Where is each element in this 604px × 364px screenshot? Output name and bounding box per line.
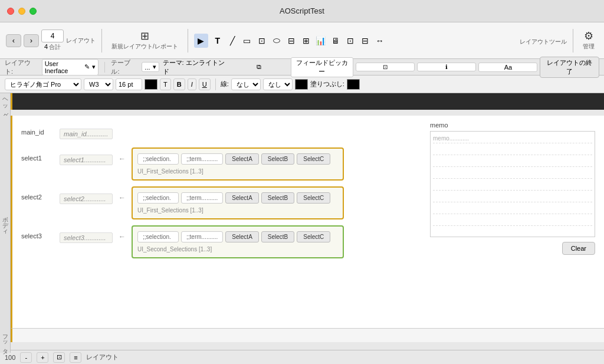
select-tool[interactable]: ▶ bbox=[194, 34, 208, 48]
traffic-lights bbox=[7, 8, 37, 15]
layoutbar-sep-1 bbox=[104, 62, 105, 73]
body-canvas: main_id main_id............ select1 sele… bbox=[11, 116, 604, 328]
memo-line-4 bbox=[433, 179, 592, 191]
select1-field[interactable]: select1............ bbox=[60, 155, 113, 165]
new-layout-button[interactable]: ⊞ 新規レイアウト/レポート bbox=[108, 28, 182, 53]
gear-icon: ⚙ bbox=[584, 31, 593, 41]
forward-button[interactable]: › bbox=[24, 34, 39, 47]
select2-arrow: ← bbox=[119, 194, 126, 202]
titlebar: AOScriptTest bbox=[0, 0, 604, 22]
stroke-select[interactable]: なし bbox=[231, 78, 261, 90]
portal2-footer: UI_First_Selections [1..3] bbox=[137, 207, 338, 214]
header-section: ヘッダ bbox=[0, 93, 604, 116]
portal3-cell2: ;;term.......... bbox=[181, 231, 223, 242]
text-tool[interactable]: T bbox=[211, 34, 225, 48]
font-select[interactable]: ヒラギノ角ゴ Pro bbox=[5, 78, 81, 90]
layout-tools-label: レイアウトツール bbox=[520, 38, 567, 45]
underline-button[interactable]: U bbox=[199, 78, 211, 90]
pencil-icon: ✎ bbox=[84, 63, 90, 71]
back-button[interactable]: ‹ bbox=[6, 34, 21, 47]
stroke-width-select[interactable]: なし bbox=[263, 78, 293, 90]
portal1-btn1[interactable]: SelectA bbox=[225, 153, 258, 165]
button-tool[interactable]: ⊡ bbox=[343, 34, 357, 48]
field-tool[interactable]: ⊡ bbox=[255, 34, 269, 48]
formatbar-sep bbox=[215, 78, 216, 90]
new-layout-icon: ⊞ bbox=[140, 31, 149, 41]
memo-line-5 bbox=[433, 191, 592, 202]
main-id-label: main_id bbox=[21, 129, 54, 136]
new-layout-label: 新規レイアウト/レポート bbox=[111, 42, 178, 51]
main-id-field[interactable]: main_id............ bbox=[60, 129, 113, 139]
toolbar-sep-3 bbox=[573, 29, 573, 53]
portal3-cell1: ;;selection. bbox=[137, 231, 179, 242]
fill-color-box[interactable] bbox=[347, 79, 360, 90]
select-tool-group: ▶ bbox=[194, 34, 208, 48]
tab-tool[interactable]: ⊟ bbox=[284, 34, 298, 48]
info-button[interactable]: ℹ bbox=[417, 63, 476, 71]
minimize-button[interactable] bbox=[18, 8, 25, 15]
select1-label: select1 bbox=[21, 155, 54, 162]
font-size-button[interactable]: Aa bbox=[478, 63, 537, 72]
bold-button[interactable]: B bbox=[173, 78, 185, 90]
portal-tool[interactable]: ⊞ bbox=[299, 34, 313, 48]
maximize-button[interactable] bbox=[29, 8, 37, 15]
view-toggle[interactable]: ⊡ bbox=[356, 63, 415, 71]
body-section: ボディ main_id main_id............ select1 … bbox=[0, 116, 604, 328]
table-dropdown[interactable]: ... ▾ bbox=[142, 62, 159, 72]
layout-bar-label: レイアウト: bbox=[5, 58, 38, 76]
slide-tool[interactable]: ↔ bbox=[373, 34, 387, 48]
oval-tool[interactable]: ⬭ bbox=[270, 34, 284, 48]
settings-label: 管理 bbox=[583, 42, 595, 51]
memo-line-2 bbox=[433, 155, 592, 167]
clear-button[interactable]: Clear bbox=[562, 242, 595, 255]
fill-label: 塗りつぶし: bbox=[310, 80, 344, 88]
portal2-btn2[interactable]: SelectB bbox=[261, 192, 294, 204]
font-size-input[interactable] bbox=[116, 78, 142, 90]
toolbar-sep-1 bbox=[101, 29, 102, 53]
memo-box[interactable]: memo............ bbox=[430, 131, 595, 237]
layout-dropdown[interactable]: User Inerface ✎ ▾ bbox=[42, 59, 99, 76]
chart-tool[interactable]: 📊 bbox=[314, 34, 328, 48]
line-tool[interactable]: ╱ bbox=[225, 34, 239, 48]
italic-button[interactable]: I bbox=[188, 78, 196, 90]
exit-layout-button[interactable]: レイアウトの終了 bbox=[540, 57, 599, 78]
portal1-btn2[interactable]: SelectB bbox=[261, 153, 294, 165]
portal2-row: ;;selection. ;;term.......... SelectA Se… bbox=[137, 192, 338, 204]
weight-select[interactable]: W3 bbox=[84, 78, 113, 90]
add-record-button[interactable]: + bbox=[37, 352, 48, 363]
layout-number-input[interactable] bbox=[41, 29, 64, 42]
portal-box-1: ;;selection. ;;term.......... SelectA Se… bbox=[132, 147, 344, 181]
portal1-btn3[interactable]: SelectC bbox=[297, 153, 330, 165]
layout-total-label: 合計 bbox=[49, 43, 61, 51]
layout-bar: レイアウト: User Inerface ✎ ▾ テーブル: ... ▾ テーマ… bbox=[0, 59, 604, 76]
text-bg-button[interactable]: T bbox=[160, 78, 171, 90]
portal3-row: ;;selection. ;;term.......... SelectA Se… bbox=[137, 231, 338, 242]
field-picker-button[interactable]: フィールドピッカー bbox=[291, 57, 354, 77]
nav-tool[interactable]: ⊟ bbox=[358, 34, 372, 48]
select2-field[interactable]: select2............ bbox=[60, 194, 113, 204]
rect-tool[interactable]: ▭ bbox=[240, 34, 254, 48]
table-view-button[interactable]: ≡ bbox=[70, 352, 81, 363]
portal-box-2: ;;selection. ;;term.......... SelectA Se… bbox=[132, 186, 344, 219]
portal3-btn3[interactable]: SelectC bbox=[297, 231, 330, 242]
stroke-color-box[interactable] bbox=[295, 79, 308, 90]
select3-label: select3 bbox=[21, 232, 54, 240]
close-button[interactable] bbox=[7, 8, 14, 15]
toolbar: ‹ › 4 合計 レイアウト ⊞ 新規レイアウト/レポート ▶ T ╱ ▭ ⊡ … bbox=[0, 22, 604, 59]
portal2-btn3[interactable]: SelectC bbox=[297, 192, 330, 204]
zoom-out-button[interactable]: - bbox=[20, 352, 32, 363]
settings-button[interactable]: ⚙ 管理 bbox=[579, 28, 598, 53]
portal1-cell2: ;;term.......... bbox=[181, 153, 223, 165]
layout-tools: T ╱ ▭ ⊡ ⬭ ⊟ ⊞ 📊 🖥 ⊡ ⊟ ↔ bbox=[211, 34, 387, 48]
text-color-box[interactable] bbox=[145, 79, 157, 90]
portal2-btn1[interactable]: SelectA bbox=[225, 192, 258, 204]
memo-field-line: memo............ bbox=[433, 134, 592, 143]
portal3-btn2[interactable]: SelectB bbox=[261, 231, 294, 242]
theme-copy-button[interactable]: ⧉ bbox=[229, 63, 288, 71]
memo-line-1 bbox=[433, 143, 592, 155]
select3-field[interactable]: select3............ bbox=[60, 232, 113, 243]
layout-dropdown-value: User Inerface bbox=[45, 60, 83, 74]
portal3-btn1[interactable]: SelectA bbox=[225, 231, 258, 242]
duplicate-button[interactable]: ⊡ bbox=[53, 352, 65, 363]
web-viewer-tool[interactable]: 🖥 bbox=[329, 34, 343, 48]
